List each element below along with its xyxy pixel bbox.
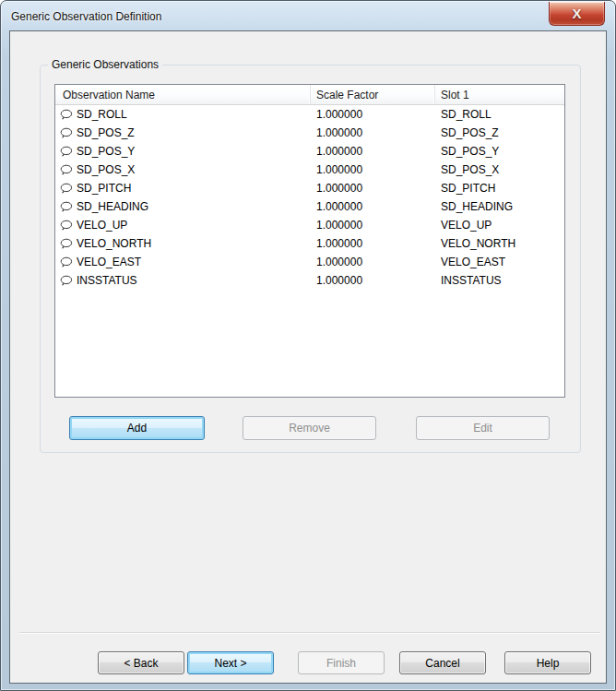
close-button[interactable]: X bbox=[549, 2, 605, 26]
observation-balloon-icon bbox=[60, 275, 74, 287]
remove-button: Remove bbox=[243, 416, 376, 440]
column-header-slot1[interactable]: Slot 1 bbox=[435, 85, 564, 104]
add-button[interactable]: Add bbox=[69, 416, 205, 440]
groupbox-label: Generic Observations bbox=[48, 58, 162, 71]
footer-separator bbox=[19, 632, 600, 634]
observation-balloon-icon bbox=[60, 183, 74, 195]
observation-balloon-icon bbox=[60, 127, 74, 139]
table-header: Observation Name Scale Factor Slot 1 bbox=[55, 85, 564, 105]
edit-button: Edit bbox=[416, 416, 550, 440]
observation-balloon-icon bbox=[60, 238, 74, 250]
observation-name: SD_POS_Z bbox=[77, 126, 135, 139]
column-header-observation-name[interactable]: Observation Name bbox=[55, 85, 311, 104]
next-button[interactable]: Next > bbox=[187, 651, 274, 674]
observation-balloon-icon bbox=[60, 256, 74, 268]
observation-name: SD_POS_Y bbox=[77, 145, 135, 158]
window-title: Generic Observation Definition bbox=[11, 10, 161, 23]
slot1-value: VELO_UP bbox=[435, 219, 564, 232]
table-row[interactable]: SD_PITCH 1.000000 SD_PITCH bbox=[55, 179, 564, 197]
close-icon: X bbox=[572, 6, 581, 20]
dialog-body: Generic Observations Observation Name Sc… bbox=[9, 30, 607, 684]
table-row[interactable]: INSSTATUS 1.000000 INSSTATUS bbox=[55, 271, 564, 290]
title-bar[interactable]: Generic Observation Definition X bbox=[1, 1, 615, 30]
observation-balloon-icon bbox=[60, 164, 74, 176]
observations-table[interactable]: Observation Name Scale Factor Slot 1 SD_… bbox=[54, 84, 565, 398]
cancel-button[interactable]: Cancel bbox=[399, 651, 486, 674]
slot1-value: SD_POS_Y bbox=[435, 145, 564, 158]
slot1-value: INSSTATUS bbox=[435, 274, 564, 287]
slot1-value: SD_HEADING bbox=[435, 200, 564, 213]
scale-factor-value: 1.000000 bbox=[311, 200, 435, 213]
observation-balloon-icon bbox=[60, 146, 74, 158]
slot1-value: SD_ROLL bbox=[435, 108, 564, 121]
dialog-window: Generic Observation Definition X Generic… bbox=[0, 0, 616, 691]
scale-factor-value: 1.000000 bbox=[311, 126, 435, 139]
observation-name: INSSTATUS bbox=[77, 274, 137, 287]
observation-name: SD_POS_X bbox=[77, 163, 135, 176]
observation-name: SD_PITCH bbox=[77, 182, 131, 195]
scale-factor-value: 1.000000 bbox=[311, 256, 435, 268]
finish-button: Finish bbox=[298, 651, 385, 674]
help-button[interactable]: Help bbox=[504, 651, 591, 674]
scale-factor-value: 1.000000 bbox=[311, 145, 435, 158]
slot1-value: SD_POS_X bbox=[435, 163, 564, 176]
table-row[interactable]: SD_ROLL 1.000000 SD_ROLL bbox=[55, 105, 564, 124]
table-row[interactable]: SD_HEADING 1.000000 SD_HEADING bbox=[55, 197, 564, 216]
slot1-value: SD_PITCH bbox=[435, 182, 564, 195]
table-row[interactable]: SD_POS_X 1.000000 SD_POS_X bbox=[55, 161, 564, 179]
scale-factor-value: 1.000000 bbox=[311, 237, 435, 250]
back-button[interactable]: < Back bbox=[98, 651, 184, 674]
table-row[interactable]: VELO_EAST 1.000000 VELO_EAST bbox=[55, 253, 564, 271]
column-header-scale-factor[interactable]: Scale Factor bbox=[311, 85, 435, 104]
scale-factor-value: 1.000000 bbox=[311, 219, 435, 232]
observation-name: VELO_EAST bbox=[77, 256, 141, 268]
slot1-value: SD_POS_Z bbox=[435, 126, 564, 139]
scale-factor-value: 1.000000 bbox=[311, 274, 435, 287]
table-row[interactable]: SD_POS_Y 1.000000 SD_POS_Y bbox=[55, 142, 564, 161]
scale-factor-value: 1.000000 bbox=[311, 182, 435, 195]
observation-balloon-icon bbox=[60, 109, 74, 121]
slot1-value: VELO_NORTH bbox=[435, 237, 564, 250]
observation-name: SD_ROLL bbox=[77, 108, 127, 121]
table-row[interactable]: VELO_UP 1.000000 VELO_UP bbox=[55, 216, 564, 234]
table-row[interactable]: SD_POS_Z 1.000000 SD_POS_Z bbox=[55, 124, 564, 142]
scale-factor-value: 1.000000 bbox=[311, 108, 435, 121]
slot1-value: VELO_EAST bbox=[435, 256, 564, 268]
table-body: SD_ROLL 1.000000 SD_ROLL SD_POS_Z 1.0000… bbox=[55, 105, 564, 290]
observation-balloon-icon bbox=[60, 220, 74, 232]
observation-name: VELO_NORTH bbox=[77, 237, 151, 250]
observation-name: VELO_UP bbox=[77, 219, 127, 232]
scale-factor-value: 1.000000 bbox=[311, 163, 435, 176]
observation-name: SD_HEADING bbox=[77, 200, 148, 213]
table-row[interactable]: VELO_NORTH 1.000000 VELO_NORTH bbox=[55, 234, 564, 253]
observation-balloon-icon bbox=[60, 201, 74, 213]
